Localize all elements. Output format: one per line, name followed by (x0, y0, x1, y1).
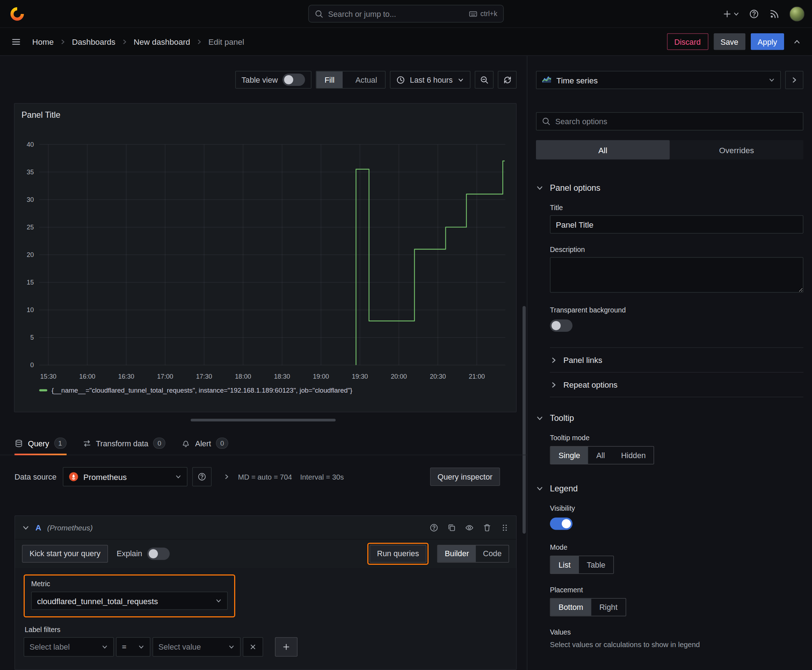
tooltip-mode-single[interactable]: Single (551, 447, 588, 464)
breadcrumb-dashboards[interactable]: Dashboards (72, 37, 115, 47)
news-button[interactable] (766, 5, 783, 22)
kick-start-button[interactable]: Kick start your query (22, 545, 108, 563)
time-range-picker[interactable]: Last 6 hours (390, 71, 470, 89)
content: Table view Fill Actual Last 6 hours (0, 56, 812, 670)
chevron-right-icon[interactable] (224, 474, 230, 480)
legend-placement-label: Placement (550, 586, 804, 594)
tab-alert-label: Alert (195, 439, 211, 447)
help-icon[interactable] (430, 523, 438, 532)
svg-text:15: 15 (27, 279, 34, 286)
chevron-down-icon (138, 644, 145, 650)
new-button[interactable] (720, 5, 742, 22)
tab-all[interactable]: All (536, 140, 670, 160)
legend-visibility-toggle[interactable] (550, 518, 573, 530)
legend-header[interactable]: Legend (536, 484, 804, 494)
zoom-out-icon (480, 76, 488, 84)
legend-item[interactable]: {__name__="cloudflared_tunnel_total_requ… (39, 387, 353, 394)
tab-query[interactable]: Query 1 (15, 438, 66, 455)
legend-mode-list[interactable]: List (551, 556, 579, 574)
breadcrumb-edit-panel: Edit panel (209, 37, 244, 47)
legend-values-field: Values Select values or calculations to … (550, 628, 804, 648)
add-filter-button[interactable] (275, 638, 298, 657)
breadcrumb-home[interactable]: Home (32, 37, 54, 47)
legend-placement-field: Placement Bottom Right (550, 586, 804, 617)
chevron-down-icon (229, 644, 235, 650)
metric-highlight: Metric cloudflared_tunnel_total_requests (24, 574, 235, 618)
explain-toggle[interactable] (147, 547, 170, 560)
svg-text:17:00: 17:00 (157, 373, 173, 380)
tab-transform[interactable]: Transform data 0 (82, 438, 165, 455)
panel-title-input[interactable] (550, 215, 804, 234)
fill-actual-segmented: Fill Actual (316, 71, 386, 89)
run-queries-button[interactable]: Run queries (370, 545, 426, 563)
table-view-control[interactable]: Table view (235, 71, 312, 89)
actual-option[interactable]: Actual (347, 71, 385, 88)
datasource-picker[interactable]: Prometheus (63, 467, 188, 486)
select-value-dropdown[interactable]: Select value (153, 638, 241, 657)
legend-placement-right[interactable]: Right (591, 599, 626, 616)
trash-icon[interactable] (483, 523, 492, 532)
chevron-right-icon (196, 38, 202, 45)
tooltip-mode-hidden[interactable]: Hidden (613, 447, 654, 464)
builder-option[interactable]: Builder (438, 545, 476, 562)
grafana-logo[interactable] (7, 5, 27, 22)
tab-alert[interactable]: Alert 0 (181, 438, 228, 455)
remove-filter-button[interactable] (243, 638, 263, 657)
duplicate-icon[interactable] (448, 523, 456, 532)
avatar[interactable] (790, 6, 805, 21)
description-textarea[interactable] (550, 257, 804, 293)
hide-query-icon[interactable] (465, 523, 474, 532)
metric-label: Metric (31, 580, 228, 588)
datasource-help-button[interactable] (192, 467, 212, 486)
svg-text:35: 35 (27, 169, 34, 176)
transparent-background-toggle[interactable] (550, 320, 573, 332)
global-search[interactable]: Search or jump to... ctrl+k (308, 5, 504, 23)
chevron-down-icon (536, 184, 544, 192)
save-button[interactable]: Save (714, 33, 746, 50)
time-series-chart[interactable]: 051015202530354015:3016:0016:3017:0017:3… (15, 104, 516, 412)
legend-swatch (39, 389, 47, 392)
metric-select[interactable]: cloudflared_tunnel_total_requests (31, 592, 228, 610)
repeat-options-row[interactable]: Repeat options (550, 372, 804, 397)
panel-actions: Discard Save Apply (667, 33, 805, 50)
operator-dropdown[interactable]: = (116, 638, 150, 657)
chevron-right-icon (790, 76, 798, 84)
tooltip-header[interactable]: Tooltip (536, 413, 804, 423)
editor-tabs: Query 1 Transform data 0 Alert 0 (0, 431, 527, 455)
legend-placement-bottom[interactable]: Bottom (551, 599, 592, 616)
help-button[interactable] (746, 5, 763, 22)
options-search[interactable] (536, 112, 804, 130)
interval: Interval = 30s (300, 473, 344, 481)
tab-overrides[interactable]: Overrides (670, 140, 804, 160)
collapse-query-icon[interactable] (22, 524, 30, 531)
legend-label: {__name__="cloudflared_tunnel_total_requ… (52, 387, 352, 394)
zoom-out-button[interactable] (475, 71, 494, 89)
panel-links-row[interactable]: Panel links (550, 347, 804, 372)
menu-button[interactable] (7, 33, 25, 50)
refresh-button[interactable] (498, 71, 517, 89)
collapse-options-button[interactable] (785, 71, 804, 89)
panel-options-header[interactable]: Panel options (536, 183, 804, 193)
fill-option[interactable]: Fill (317, 71, 342, 88)
alert-count-badge: 0 (216, 438, 229, 449)
discard-button[interactable]: Discard (667, 33, 708, 50)
legend-mode-table[interactable]: Table (578, 556, 613, 574)
code-option[interactable]: Code (476, 545, 509, 562)
table-view-toggle[interactable] (283, 74, 305, 86)
help-icon (198, 472, 206, 481)
collapse-header-button[interactable] (790, 34, 805, 49)
apply-button[interactable]: Apply (751, 33, 784, 50)
drag-grip-icon[interactable] (500, 523, 509, 532)
visualization-picker[interactable]: Time series (536, 71, 781, 89)
pane-resize-handle[interactable] (191, 419, 336, 421)
tooltip-mode-all[interactable]: All (588, 447, 613, 464)
label-filters-label: Label filters (25, 626, 508, 634)
tab-query-label: Query (28, 439, 49, 447)
scrollbar-thumb[interactable] (523, 306, 526, 534)
options-search-input[interactable] (555, 117, 798, 126)
query-inspector-button[interactable]: Query inspector (430, 468, 500, 486)
breadcrumb-new-dashboard[interactable]: New dashboard (134, 37, 190, 47)
select-label-dropdown[interactable]: Select label (24, 638, 114, 657)
datasource-name: Prometheus (83, 472, 127, 481)
query-ref-datasource: (Prometheus) (47, 523, 93, 532)
